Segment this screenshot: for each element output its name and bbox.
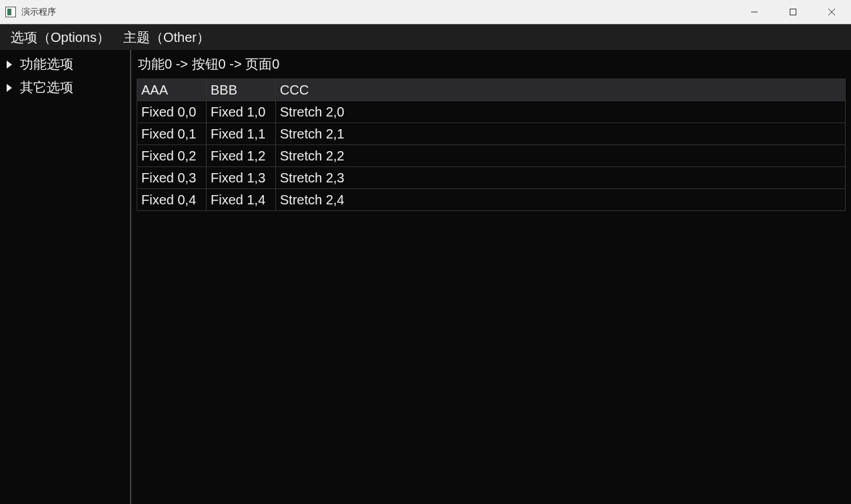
window-titlebar: 演示程序 xyxy=(0,0,851,25)
table-header-row: AAA BBB CCC xyxy=(137,79,846,101)
table-cell: Fixed 0,3 xyxy=(137,167,207,189)
table-header-cell[interactable]: CCC xyxy=(276,79,846,101)
table-cell: Stretch 2,1 xyxy=(276,123,846,145)
close-icon xyxy=(828,9,835,15)
table-cell: Fixed 1,0 xyxy=(207,101,276,123)
table-cell: Stretch 2,4 xyxy=(276,189,846,211)
menu-options[interactable]: 选项（Options） xyxy=(5,29,115,47)
table-cell: Fixed 1,2 xyxy=(207,145,276,167)
chevron-right-icon xyxy=(7,84,12,92)
table-row[interactable]: Fixed 0,2 Fixed 1,2 Stretch 2,2 xyxy=(137,145,846,167)
table-cell: Fixed 0,2 xyxy=(137,145,207,167)
table-cell: Stretch 2,0 xyxy=(276,101,846,123)
table-cell: Fixed 0,0 xyxy=(137,101,207,123)
window-controls xyxy=(735,0,851,24)
breadcrumb: 功能0 -> 按钮0 -> 页面0 xyxy=(137,53,846,79)
table-row[interactable]: Fixed 0,3 Fixed 1,3 Stretch 2,3 xyxy=(137,167,846,189)
sidebar-item-label: 其它选项 xyxy=(20,79,73,97)
app-icon xyxy=(5,7,16,17)
table-cell: Fixed 1,3 xyxy=(207,167,276,189)
table-cell: Stretch 2,2 xyxy=(276,145,846,167)
sidebar-item-function-options[interactable]: 功能选项 xyxy=(0,53,130,76)
table-row[interactable]: Fixed 0,4 Fixed 1,4 Stretch 2,4 xyxy=(137,189,846,211)
table-cell: Fixed 0,4 xyxy=(137,189,207,211)
menubar: 选项（Options） 主题（Other） xyxy=(0,25,851,50)
data-table: AAA BBB CCC Fixed 0,0 Fixed 1,0 Stretch … xyxy=(137,79,846,211)
table-header-cell[interactable]: BBB xyxy=(207,79,276,101)
content-area: 功能选项 其它选项 功能0 -> 按钮0 -> 页面0 AAA BBB CCC xyxy=(0,50,851,504)
chevron-right-icon xyxy=(7,61,12,69)
sidebar-item-other-options[interactable]: 其它选项 xyxy=(0,76,130,99)
table-row[interactable]: Fixed 0,0 Fixed 1,0 Stretch 2,0 xyxy=(137,101,846,123)
app-body: 选项（Options） 主题（Other） 功能选项 其它选项 功能0 -> 按… xyxy=(0,25,851,504)
table-cell: Fixed 0,1 xyxy=(137,123,207,145)
close-button[interactable] xyxy=(812,0,851,24)
sidebar-item-label: 功能选项 xyxy=(20,55,73,73)
main-panel: 功能0 -> 按钮0 -> 页面0 AAA BBB CCC Fixed 0,0 … xyxy=(131,50,851,504)
svg-rect-1 xyxy=(790,9,796,15)
table-cell: Fixed 1,4 xyxy=(207,189,276,211)
table-cell: Fixed 1,1 xyxy=(207,123,276,145)
maximize-icon xyxy=(790,9,796,15)
window-title: 演示程序 xyxy=(21,6,56,18)
menu-theme[interactable]: 主题（Other） xyxy=(118,29,215,47)
table-row[interactable]: Fixed 0,1 Fixed 1,1 Stretch 2,1 xyxy=(137,123,846,145)
minimize-button[interactable] xyxy=(735,0,774,24)
sidebar: 功能选项 其它选项 xyxy=(0,50,131,504)
minimize-icon xyxy=(751,9,758,15)
table-cell: Stretch 2,3 xyxy=(276,167,846,189)
table-header-cell[interactable]: AAA xyxy=(137,79,207,101)
maximize-button[interactable] xyxy=(774,0,812,24)
